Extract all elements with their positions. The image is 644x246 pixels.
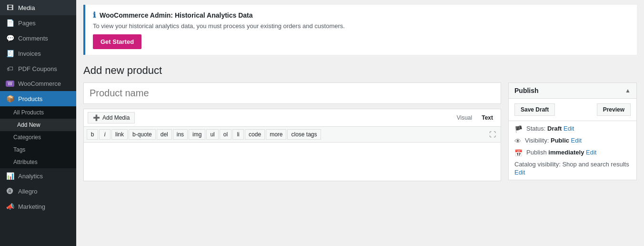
publish-box: Publish ▲ Save Draft Preview 🏴 Status: D… (508, 82, 637, 180)
editor-btn-ol[interactable]: ol (220, 129, 231, 140)
editor-btn-code[interactable]: code (245, 129, 265, 140)
status-icon: 🏴 (514, 125, 523, 133)
editor-btn-img[interactable]: img (189, 129, 205, 140)
sidebar-item-label: Comments (18, 35, 48, 42)
notice-title-text: WooCommerce Admin: Historical Analytics … (100, 11, 253, 19)
sidebar-item-label: PDF Coupons (18, 65, 57, 72)
sidebar-item-analytics[interactable]: 📊 Analytics (0, 168, 76, 184)
product-name-input[interactable] (83, 82, 501, 104)
get-started-button[interactable]: Get Started (93, 34, 141, 49)
publish-time-row: 📅 Publish immediately Edit (514, 149, 631, 157)
media-icon: 🎞 (6, 4, 14, 11)
editor-btn-li[interactable]: li (232, 129, 244, 140)
status-value: Draft (547, 125, 562, 132)
publish-when-value: immediately (548, 149, 584, 156)
sidebar-item-label: Pages (18, 20, 36, 27)
notice-title: ℹ WooCommerce Admin: Historical Analytic… (93, 10, 629, 20)
publish-meta: 🏴 Status: Draft Edit 👁 Visibility: (509, 121, 636, 180)
pdf-coupons-icon: 🏷 (6, 65, 14, 72)
visibility-value: Public (551, 137, 569, 144)
sidebar-item-add-new[interactable]: Add New (0, 119, 76, 131)
sidebar-sub-label: Tags (13, 146, 25, 153)
sidebar-item-woocommerce[interactable]: W WooCommerce (0, 76, 76, 91)
content-columns: ➕ Add Media Visual Text b i link b-quote (83, 82, 637, 181)
main-column: ➕ Add Media Visual Text b i link b-quote (83, 82, 501, 181)
sidebar-item-marketing[interactable]: 📣 Marketing (0, 199, 76, 214)
sidebar-item-label: Analytics (18, 173, 43, 180)
editor-buttons-row: b i link b-quote del ins img ul ol li co… (84, 127, 501, 143)
editor-btn-link[interactable]: link (111, 129, 128, 140)
editor-btn-del[interactable]: del (157, 129, 172, 140)
sidebar-item-tags[interactable]: Tags (0, 144, 76, 156)
notice-text: To view your historical analytics data, … (93, 22, 629, 30)
catalog-edit-link[interactable]: Edit (514, 169, 631, 176)
visibility-icon: 👁 (514, 137, 521, 145)
publish-time-label-group: Publish immediately Edit (526, 149, 596, 156)
products-submenu: All Products Add New Categories Tags Att… (0, 106, 76, 168)
sidebar-item-pdf-coupons[interactable]: 🏷 PDF Coupons (0, 61, 76, 76)
add-media-label: Add Media (102, 114, 130, 121)
comments-icon: 💬 (6, 34, 14, 42)
sidebar: 🎞 Media 📄 Pages 💬 Comments 🧾 Invoices 🏷 … (0, 0, 76, 246)
sidebar-item-pages[interactable]: 📄 Pages (0, 15, 76, 31)
side-column: Publish ▲ Save Draft Preview 🏴 Status: D… (508, 82, 637, 180)
analytics-icon: 📊 (6, 172, 14, 180)
publish-time-edit-link[interactable]: Edit (586, 149, 596, 156)
sidebar-item-all-products[interactable]: All Products (0, 106, 76, 119)
status-row: 🏴 Status: Draft Edit (514, 125, 631, 133)
editor-btn-ins[interactable]: ins (173, 129, 188, 140)
sidebar-item-label: WooCommerce (18, 80, 61, 87)
sidebar-item-comments[interactable]: 💬 Comments (0, 31, 76, 46)
visibility-row: 👁 Visibility: Public Edit (514, 137, 631, 145)
add-media-button[interactable]: ➕ Add Media (88, 112, 135, 123)
sidebar-item-products[interactable]: 📦 Products (0, 91, 76, 106)
sidebar-item-label: Products (18, 95, 42, 102)
allegro-icon: 🅐 (6, 187, 14, 195)
visual-tab[interactable]: Visual (453, 113, 476, 123)
editor-content[interactable] (84, 143, 501, 181)
editor-btn-close-tags[interactable]: close tags (287, 129, 321, 140)
marketing-icon: 📣 (6, 203, 14, 210)
catalog-visibility-row: Catalog visibility: Shop and search resu… (514, 161, 631, 176)
notice-description: To view your historical analytics data, … (93, 22, 345, 30)
editor-toolbar-top: ➕ Add Media Visual Text (84, 109, 501, 127)
add-media-icon: ➕ (93, 114, 100, 121)
invoices-icon: 🧾 (6, 50, 14, 57)
publish-header: Publish ▲ (509, 83, 636, 99)
pages-icon: 📄 (6, 19, 14, 27)
sidebar-item-label: Media (18, 4, 35, 11)
sidebar-item-label: Marketing (18, 203, 45, 210)
sidebar-item-invoices[interactable]: 🧾 Invoices (0, 46, 76, 61)
info-icon: ℹ (93, 10, 96, 20)
products-icon: 📦 (6, 95, 14, 102)
publish-box-title: Publish (514, 87, 539, 94)
sidebar-sub-label: Add New (17, 122, 40, 128)
editor-btn-more[interactable]: more (266, 129, 286, 140)
editor-btn-b-quote[interactable]: b-quote (129, 129, 156, 140)
sidebar-sub-label: Categories (13, 134, 41, 141)
text-tab[interactable]: Text (478, 113, 497, 123)
editor-area: ➕ Add Media Visual Text b i link b-quote (83, 109, 501, 181)
sidebar-item-label: Invoices (18, 50, 41, 57)
editor-btn-i[interactable]: i (99, 129, 111, 140)
publish-time-icon: 📅 (514, 149, 523, 157)
visibility-edit-link[interactable]: Edit (571, 137, 582, 144)
editor-btn-ul[interactable]: ul (206, 129, 218, 140)
publish-actions: Save Draft Preview (509, 99, 636, 121)
sidebar-item-media[interactable]: 🎞 Media (0, 0, 76, 15)
page-title: Add new product (83, 64, 637, 77)
sidebar-item-attributes[interactable]: Attributes (0, 156, 76, 168)
sidebar-item-allegro[interactable]: 🅐 Allegro (0, 184, 76, 199)
preview-button[interactable]: Preview (597, 103, 631, 116)
editor-btn-b[interactable]: b (87, 129, 98, 140)
page-content: Add new product ➕ Add Media Visual Text (76, 60, 644, 186)
status-edit-link[interactable]: Edit (564, 125, 574, 132)
collapse-arrow-icon[interactable]: ▲ (625, 87, 631, 94)
sidebar-sub-label: Attributes (13, 159, 38, 165)
save-draft-button[interactable]: Save Draft (514, 103, 555, 116)
catalog-value: Shop and search results (562, 161, 629, 168)
woocommerce-icon: W (6, 81, 14, 87)
sidebar-item-categories[interactable]: Categories (0, 131, 76, 144)
visual-text-tabs: Visual Text (453, 113, 497, 123)
fullscreen-button[interactable]: ⛶ (487, 129, 498, 140)
